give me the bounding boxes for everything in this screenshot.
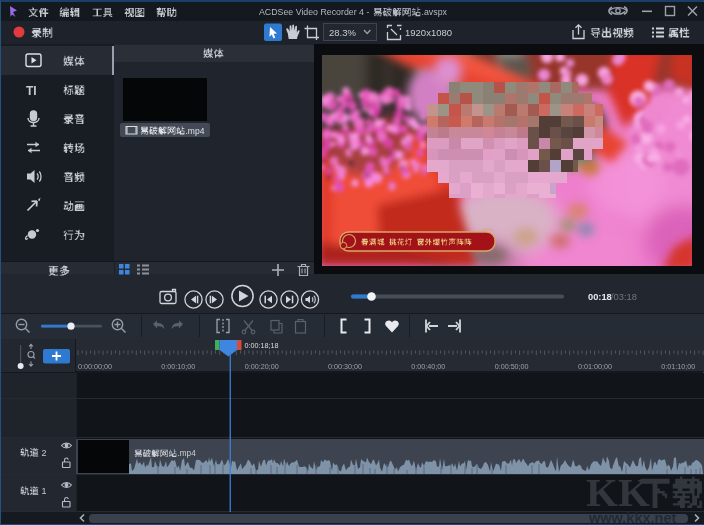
svg-text:1920x1080: 1920x1080 (405, 27, 452, 38)
svg-text:0:00:20;00: 0:00:20;00 (245, 362, 279, 371)
svg-text:TI: TI (26, 84, 37, 98)
svg-text:ACDSee Video Recorder 4 -: ACDSee Video Recorder 4 - (259, 7, 369, 17)
svg-text:0:00:10;00: 0:00:10;00 (161, 362, 195, 371)
svg-text:0:00:18;18: 0:00:18;18 (245, 341, 279, 350)
svg-text:2: 2 (42, 448, 47, 458)
svg-text:0:00:30;00: 0:00:30;00 (328, 362, 362, 371)
svg-text:0:00:50;00: 0:00:50;00 (495, 362, 529, 371)
svg-text:.avspx: .avspx (422, 7, 448, 17)
svg-text:28.3%: 28.3% (329, 27, 356, 38)
svg-text:www.kkx.net: www.kkx.net (588, 510, 676, 525)
svg-text:0:01:00;00: 0:01:00;00 (578, 362, 612, 371)
svg-text:.mp4: .mp4 (186, 126, 205, 136)
svg-text:/03:18: /03:18 (611, 292, 637, 302)
svg-text:00:18: 00:18 (588, 292, 612, 302)
svg-text:KK: KK (586, 469, 650, 515)
svg-text:.mp4: .mp4 (178, 449, 197, 458)
svg-text:0:00:40;00: 0:00:40;00 (411, 362, 445, 371)
svg-text:1: 1 (42, 486, 47, 496)
svg-text:0:00:00;00: 0:00:00;00 (78, 362, 112, 371)
svg-text:0:01:10;00: 0:01:10;00 (661, 362, 695, 371)
